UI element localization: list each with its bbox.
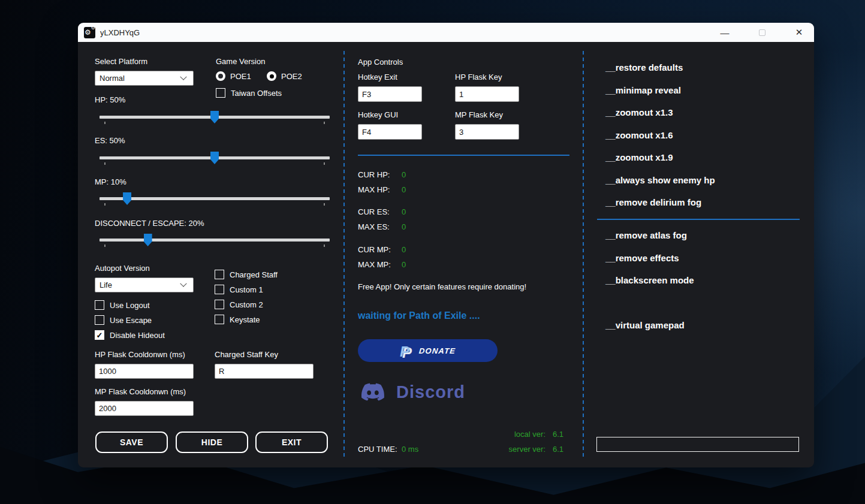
cur-hp-label: CUR HP: <box>358 170 390 179</box>
radio-poe1-label: POE1 <box>230 72 251 81</box>
hp-slider[interactable] <box>100 111 330 125</box>
middle-right-divider <box>583 51 584 460</box>
cur-hp-value: 0 <box>402 170 406 179</box>
disconnect-slider[interactable] <box>100 234 330 248</box>
slider-tick <box>324 162 325 165</box>
titlebar[interactable]: ⚙ ⚙ yLXDHYqG — ✕ <box>78 23 814 42</box>
radio-poe2[interactable]: POE2 <box>267 71 302 81</box>
hotkey-gui-label: Hotkey GUI <box>358 110 398 119</box>
free-app-text: Free App! Only certain features require … <box>358 282 526 291</box>
always-show-enemy-hp-item[interactable]: __always show enemy hp <box>605 175 715 185</box>
server-ver-label: server ver: <box>498 445 545 454</box>
custom2-box[interactable] <box>215 300 224 309</box>
exit-button[interactable]: EXIT <box>255 431 328 453</box>
virtual-gamepad-item[interactable]: __virtual gamepad <box>605 320 685 330</box>
use-escape-label: Use Escape <box>110 316 152 325</box>
blackscreen-mode-item[interactable]: __blackscreen mode <box>605 275 694 285</box>
custom1-box[interactable] <box>215 285 224 294</box>
paypal-icon: P P <box>400 343 412 358</box>
app-controls-label: App Controls <box>358 58 403 67</box>
select-platform-label: Select Platform <box>95 57 147 66</box>
charged-staff-checkbox[interactable]: Charged Staff <box>215 270 278 279</box>
discord-wordmark: Discord <box>396 382 465 402</box>
maximize-icon <box>759 29 765 36</box>
zoomout-19-item[interactable]: __zoomout x1.9 <box>605 152 673 162</box>
app-window: ⚙ ⚙ yLXDHYqG — ✕ Select Platform Normal … <box>78 23 814 467</box>
close-button[interactable]: ✕ <box>789 23 809 42</box>
hp-flask-key-input[interactable] <box>455 86 519 102</box>
hotkey-exit-input[interactable] <box>358 86 422 102</box>
zoomout-13-item[interactable]: __zoomout x1.3 <box>605 107 673 117</box>
gears-app-icon: ⚙ ⚙ <box>84 27 95 38</box>
restore-defaults-item[interactable]: __restore defaults <box>605 62 683 73</box>
bottom-right-input[interactable] <box>596 437 799 452</box>
es-slider[interactable] <box>100 152 330 166</box>
hotkey-gui-input[interactable] <box>358 124 422 140</box>
save-button[interactable]: SAVE <box>95 431 168 453</box>
custom1-checkbox[interactable]: Custom 1 <box>215 285 263 294</box>
radio-poe2-label: POE2 <box>281 72 302 81</box>
keystate-box[interactable] <box>215 315 224 324</box>
slider-tick <box>104 162 106 165</box>
mp-cooldown-input[interactable] <box>95 401 194 416</box>
use-logout-box[interactable] <box>95 300 104 310</box>
mp-flask-key-input[interactable] <box>455 124 519 140</box>
hp-flask-key-label: HP Flask Key <box>455 73 502 82</box>
charged-staff-key-input[interactable] <box>215 364 314 379</box>
window-title: yLXDHYqG <box>100 28 140 37</box>
autopot-select[interactable]: Life <box>95 277 194 292</box>
radio-poe2-circle[interactable] <box>267 71 276 81</box>
charged-staff-box[interactable] <box>215 270 224 279</box>
platform-select[interactable]: Normal <box>95 71 194 86</box>
es-slider-label: ES: 50% <box>95 136 125 145</box>
minimap-reveal-item[interactable]: __minimap reveal <box>605 85 681 95</box>
cur-es-value: 0 <box>402 207 406 216</box>
paypal-donate-button[interactable]: P P DONATE <box>358 339 498 362</box>
use-logout-checkbox[interactable]: Use Logout <box>95 300 150 310</box>
slider-tick <box>104 203 106 206</box>
zoomout-16-item[interactable]: __zoomout x1.6 <box>605 130 673 140</box>
remove-delirium-fog-item[interactable]: __remove delirium fog <box>605 197 701 207</box>
slider-tick <box>104 245 106 247</box>
disable-hideout-label: Disable Hideout <box>110 331 165 340</box>
remove-effects-item[interactable]: __remove effects <box>605 253 679 263</box>
hide-button[interactable]: HIDE <box>176 431 248 453</box>
max-mp-label: MAX MP: <box>358 260 391 269</box>
radio-poe1[interactable]: POE1 <box>216 71 251 81</box>
slider-tick <box>104 122 106 124</box>
keystate-label: Keystate <box>230 315 260 324</box>
gear-glyph: ⚙ <box>85 29 91 36</box>
discord-link[interactable]: Discord <box>358 381 465 403</box>
keystate-checkbox[interactable]: Keystate <box>215 315 260 324</box>
es-slider-thumb[interactable] <box>210 152 219 164</box>
minimize-button[interactable]: — <box>715 23 735 42</box>
hotkey-exit-label: Hotkey Exit <box>358 73 397 82</box>
disconnect-slider-track[interactable] <box>100 239 330 242</box>
mp-slider[interactable] <box>100 192 330 207</box>
use-escape-box[interactable] <box>95 315 104 325</box>
cur-mp-label: CUR MP: <box>358 245 391 254</box>
disconnect-slider-thumb[interactable] <box>144 234 152 246</box>
donate-label: DONATE <box>418 346 456 355</box>
mp-slider-track[interactable] <box>100 197 330 200</box>
game-version-label: Game Version <box>216 57 265 66</box>
radio-poe1-circle[interactable] <box>216 71 225 81</box>
discord-icon <box>358 381 388 403</box>
taiwan-offsets-checkbox[interactable]: Taiwan Offsets <box>216 88 282 98</box>
hp-cooldown-input[interactable] <box>95 364 194 379</box>
taiwan-offsets-box[interactable] <box>216 88 225 98</box>
use-escape-checkbox[interactable]: Use Escape <box>95 315 152 325</box>
slider-tick <box>324 245 325 247</box>
hp-slider-thumb[interactable] <box>210 111 219 123</box>
remove-atlas-fog-item[interactable]: __remove atlas fog <box>605 230 687 240</box>
max-hp-value: 0 <box>402 185 406 194</box>
maximize-button[interactable] <box>752 23 772 42</box>
use-logout-label: Use Logout <box>110 301 150 310</box>
mp-slider-thumb[interactable] <box>123 192 131 205</box>
chevron-down-icon <box>180 73 186 80</box>
hp-slider-label: HP: 50% <box>95 95 125 104</box>
disable-hideout-box[interactable] <box>95 330 104 340</box>
taiwan-offsets-label: Taiwan Offsets <box>231 89 282 98</box>
custom2-checkbox[interactable]: Custom 2 <box>215 300 263 309</box>
disable-hideout-checkbox[interactable]: Disable Hideout <box>95 330 165 340</box>
